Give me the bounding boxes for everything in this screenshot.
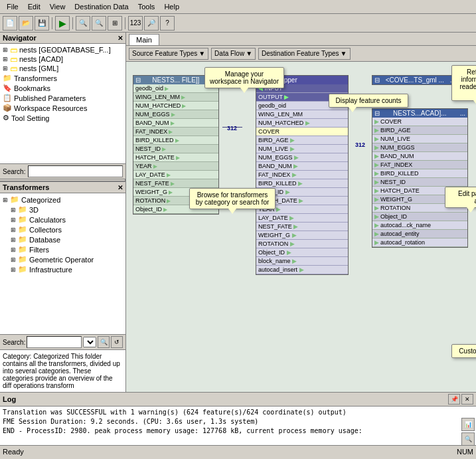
search-refresh-btn[interactable]: ↺ bbox=[111, 336, 123, 348]
inspect-btn[interactable]: 🔎 bbox=[144, 16, 159, 31]
db-icon-0: 🗃 bbox=[10, 46, 17, 54]
search-type-select[interactable]: ▼ bbox=[83, 337, 96, 347]
cat-item-7[interactable]: ⊞ 📁 Infrastructure bbox=[1, 264, 124, 274]
cat-item-2[interactable]: ⊞ 📁 Calculators bbox=[1, 215, 124, 225]
src-row-1: WING_LEN_MM ▶ bbox=[133, 93, 218, 102]
vm-arrow-14: ▶ bbox=[293, 223, 298, 230]
source-box-title: NESTS... FILE]] bbox=[152, 76, 199, 84]
source-box-dots: ... bbox=[211, 76, 216, 84]
data-flow-btn[interactable]: Data Flow ▼ bbox=[211, 48, 256, 60]
dest-row-6: ▶ BIRD_KILLED bbox=[372, 169, 467, 178]
db-icon-1: 🗃 bbox=[10, 55, 17, 63]
dest-in-arrow-12: ▶ bbox=[374, 222, 379, 229]
log-close-btn[interactable]: ✕ bbox=[461, 394, 473, 405]
menu-destination-data[interactable]: Destination Data bbox=[70, 1, 132, 12]
tooltip-customize-text: Customize dataflow bbox=[459, 347, 476, 355]
transformers-close[interactable]: ✕ bbox=[118, 184, 123, 191]
zoom-in-btn[interactable]: 🔍 bbox=[76, 16, 90, 31]
dest-box-2[interactable]: ⊟ NESTS...ACAD]... ... ▶ COVER ▶ BIRD_AG… bbox=[372, 108, 468, 248]
category-info: Category: Categorized This folder contai… bbox=[0, 349, 125, 392]
log-title: Log bbox=[3, 395, 16, 403]
navigator-close[interactable]: ✕ bbox=[118, 35, 123, 42]
dest-row-12: ▶ autocad...ck_name bbox=[372, 221, 467, 230]
nav-item-0[interactable]: ⊞ 🗃 nests [GEODATABASE_F...] bbox=[1, 45, 124, 54]
src-row-2: NUM_HATCHED ▶ bbox=[133, 102, 218, 110]
cat-item-3[interactable]: ⊞ 📁 Collectors bbox=[1, 225, 124, 234]
log-icon-btn-1[interactable]: 📊 bbox=[461, 418, 475, 431]
canvas-content: ⊟ NESTS... FILE]] ... geodb_oid ▶ WING_L… bbox=[126, 62, 476, 392]
dest-in-arrow-9: ▶ bbox=[374, 196, 379, 203]
menu-help[interactable]: Help bbox=[160, 1, 183, 12]
src-row-9: YEAR ▶ bbox=[133, 162, 218, 171]
cat-item-0[interactable]: ⊞ 📁 Categorized bbox=[1, 195, 124, 205]
dest2-dots: ... bbox=[460, 110, 465, 117]
nav-item-7[interactable]: ⚙ Tool Setting bbox=[1, 113, 124, 123]
dest-row-10: ▶ ROTATION bbox=[372, 204, 467, 213]
dest-in-arrow-3: ▶ bbox=[374, 144, 379, 151]
nav-item-1[interactable]: ⊞ 🗃 nests [ACAD] bbox=[1, 54, 124, 64]
cat-expand-6: ⊞ bbox=[11, 256, 16, 263]
nav-item-5[interactable]: 📋 Published Parameters bbox=[1, 93, 124, 103]
src-arrow-7: ▶ bbox=[162, 146, 166, 152]
value-mapper-box[interactable]: ValueMapper ◀ INPUT OUTPUT ▶ geodb_oid W… bbox=[256, 75, 349, 275]
nav-item-3[interactable]: 📁 Transformers bbox=[1, 73, 124, 83]
nav-item-6[interactable]: 📦 Workspace Resources bbox=[1, 103, 124, 113]
open-btn[interactable]: 📂 bbox=[19, 16, 33, 31]
save-btn[interactable]: 💾 bbox=[35, 16, 49, 31]
cat-item-4[interactable]: ⊞ 📁 Database bbox=[1, 234, 124, 244]
search-execute-btn[interactable]: 🔍 bbox=[98, 336, 110, 348]
cat-expand-3: ⊞ bbox=[11, 227, 16, 233]
cat-item-1[interactable]: ⊞ 📁 3D bbox=[1, 205, 124, 215]
log-pin-btn[interactable]: 📌 bbox=[448, 394, 460, 405]
dest-box-1[interactable]: ⊟ <COVE...TS_gml ... ... bbox=[372, 75, 458, 85]
src-arrow-10: ▶ bbox=[167, 172, 171, 178]
dest-feature-types-btn[interactable]: Destination Feature Types ▼ bbox=[258, 48, 350, 60]
cat-item-5[interactable]: ⊞ 📁 Filters bbox=[1, 244, 124, 254]
src-row-5: FAT_INDEX ▶ bbox=[133, 128, 218, 136]
new-btn[interactable]: 📄 bbox=[3, 16, 17, 31]
src-arrow-14: ▶ bbox=[163, 207, 167, 213]
source-feature-types-btn[interactable]: Source Feature Types ▼ bbox=[129, 48, 208, 60]
zoom-out-btn[interactable]: 🔍 bbox=[92, 16, 106, 31]
menu-tools[interactable]: Tools bbox=[134, 1, 159, 12]
dest1-dots: ... bbox=[450, 76, 455, 84]
left-panels: Navigator ✕ ⊞ 🗃 nests [GEODATABASE_F...]… bbox=[0, 33, 126, 392]
nav-item-4[interactable]: 🔖 Bookmarks bbox=[1, 83, 124, 93]
transformer-search-input[interactable] bbox=[27, 336, 82, 348]
canvas-area: Main Source Feature Types ▼ Data Flow ▼ … bbox=[126, 33, 476, 392]
plus-icon-1: ⊞ bbox=[3, 56, 8, 62]
output-label: OUTPUT bbox=[258, 94, 283, 100]
menu-file[interactable]: File bbox=[3, 1, 23, 12]
zoom-fit-btn[interactable]: ⊞ bbox=[108, 16, 122, 31]
dest-in-arrow-1: ▶ bbox=[374, 127, 379, 134]
sep3 bbox=[125, 17, 125, 29]
src-arrow-4: ▶ bbox=[171, 120, 175, 126]
vm-row-7: BAND_NUM ▶ bbox=[256, 162, 348, 171]
navigator-title: Navigator bbox=[3, 34, 37, 42]
bookmark-icon: 🔖 bbox=[3, 84, 12, 92]
main-tab[interactable]: Main bbox=[129, 34, 159, 45]
menu-view[interactable]: View bbox=[46, 1, 70, 12]
menu-bar: File Edit View Destination Data Tools He… bbox=[0, 0, 476, 14]
vm-row-4: BIRD_AGE ▶ bbox=[256, 136, 348, 145]
cat-item-6[interactable]: ⊞ 📁 Geometric Operator bbox=[1, 254, 124, 264]
src-arrow-9: ▶ bbox=[153, 163, 157, 169]
cat-label-3: Collectors bbox=[29, 226, 62, 234]
cat-expand-5: ⊞ bbox=[11, 246, 16, 253]
menu-edit[interactable]: Edit bbox=[24, 1, 44, 12]
data-flow-label: Data Flow bbox=[214, 50, 244, 57]
feature-count-btn[interactable]: 123 bbox=[128, 16, 143, 31]
nav-item-2[interactable]: ⊞ 🗃 nests [GML] bbox=[1, 64, 124, 73]
status-ready: Ready bbox=[3, 448, 24, 456]
nav-search-input[interactable] bbox=[28, 165, 123, 177]
transformer-header: ValueMapper bbox=[256, 76, 348, 84]
source-feature-box[interactable]: ⊟ NESTS... FILE]] ... geodb_oid ▶ WING_L… bbox=[133, 75, 219, 215]
help-btn[interactable]: ? bbox=[160, 16, 175, 31]
vm-row-0: geodb_oid bbox=[256, 102, 348, 110]
vm-row-13: LAY_DATE ▶ bbox=[256, 214, 348, 223]
dest-row-13: ▶ autocad_entity bbox=[372, 230, 467, 238]
vm-arrow-2: ▶ bbox=[305, 120, 310, 126]
run-btn[interactable]: ▶ bbox=[55, 16, 70, 31]
connection-label-left: 312 bbox=[227, 125, 237, 132]
log-icon-btn-2[interactable]: 🔍 bbox=[461, 432, 475, 446]
